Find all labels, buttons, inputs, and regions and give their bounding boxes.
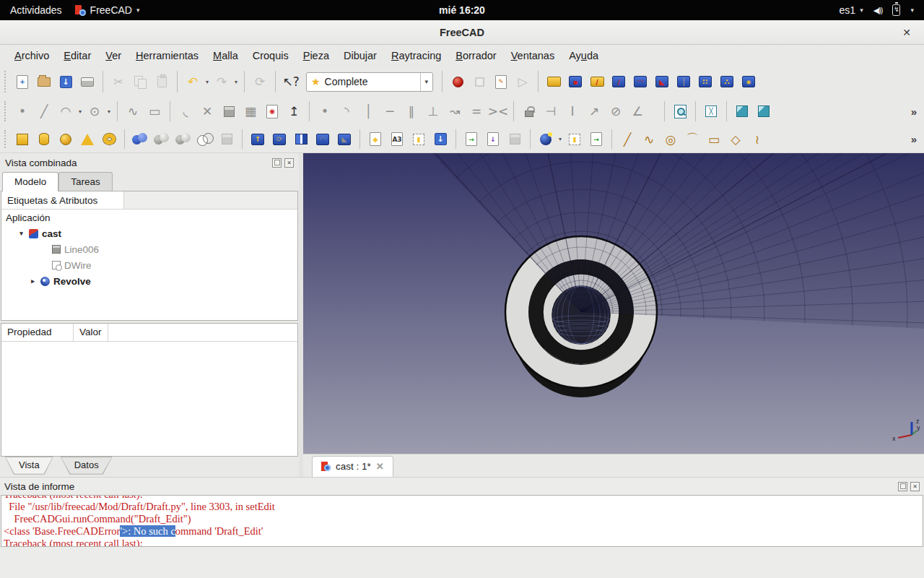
window-titlebar[interactable]: FreeCAD ✕ xyxy=(0,20,924,45)
menu-croquis[interactable]: Croquis xyxy=(245,47,296,64)
part-cone-button[interactable] xyxy=(77,129,98,150)
window-close-button[interactable]: ✕ xyxy=(899,25,914,40)
sketch-arc-button[interactable]: ◠ xyxy=(55,100,77,122)
view-isometric-button[interactable] xyxy=(753,100,775,122)
draft-arc-button[interactable]: ⌒ xyxy=(681,129,703,150)
volume-icon[interactable]: ◀)) xyxy=(873,6,883,15)
draft-line-button[interactable]: ╱ xyxy=(616,129,638,150)
constraint-horizontal-button[interactable]: ─ xyxy=(379,100,401,122)
save-document-button[interactable]: ↓ xyxy=(55,71,77,92)
drawing-insert-view-button[interactable]: ▮ xyxy=(408,129,430,150)
sketch-circle-button[interactable]: ⊙ xyxy=(84,100,105,122)
document-tab-cast[interactable]: cast : 1* ✕ xyxy=(312,456,393,477)
menu-ventanas[interactable]: Ventanas xyxy=(504,47,562,64)
constraint-tangent-button[interactable]: ↝ xyxy=(444,100,466,122)
draft-wire-button[interactable]: ∿ xyxy=(638,129,660,150)
open-document-button[interactable] xyxy=(33,71,55,92)
menu-borrador[interactable]: Borrador xyxy=(448,47,503,64)
dropdown-arrow-icon[interactable]: ▾ xyxy=(77,108,84,115)
report-console[interactable]: Traceback (most recent call last): File … xyxy=(1,495,923,547)
draft-circle-button[interactable]: ◎ xyxy=(660,129,681,150)
sketch-validate-button[interactable]: ◉ xyxy=(261,100,283,122)
sketch-polyline-button[interactable]: ∿ xyxy=(122,100,144,122)
view-draw-style-button[interactable]: ╳ xyxy=(700,100,722,122)
battery-icon[interactable]: ↯ xyxy=(892,4,900,16)
panel-float-icon[interactable] xyxy=(898,482,907,491)
tree-expander-icon[interactable]: ▸ xyxy=(29,277,37,285)
constraint-lock-button[interactable] xyxy=(518,100,540,122)
part-fillet-button[interactable]: ◠ xyxy=(312,129,334,150)
dropdown-arrow-icon[interactable]: ▾ xyxy=(557,136,564,142)
tree-item-aplicación[interactable]: Aplicación xyxy=(1,210,297,225)
sketch-line-button[interactable]: ╱ xyxy=(33,100,55,122)
partdesign-mirrored-button[interactable]: ┊ xyxy=(673,71,694,92)
toolbar-handle[interactable] xyxy=(4,101,9,121)
toolbar-overflow-button[interactable]: » xyxy=(905,105,923,118)
raytracing-export-part-button[interactable]: ↓ xyxy=(482,129,504,150)
tree-item-dwire[interactable]: DWire xyxy=(1,257,297,273)
partdesign-fillet-button[interactable]: ◠ xyxy=(629,71,651,92)
clock[interactable]: mié 16:20 xyxy=(0,4,924,16)
undo-button[interactable]: ↶ xyxy=(182,71,204,92)
partdesign-pad-button[interactable] xyxy=(543,71,565,92)
part-mirror-button[interactable] xyxy=(290,129,312,150)
part-common-button[interactable] xyxy=(151,129,173,150)
draft-rectangle-button[interactable]: ▭ xyxy=(703,129,725,150)
part-chamfer-button[interactable]: ◣ xyxy=(334,129,355,150)
sketch-toggle-construction-button[interactable]: ▦ xyxy=(240,100,261,122)
tree-item-cast[interactable]: ▾cast xyxy=(1,225,297,241)
bottom-tab-vista[interactable]: Vista xyxy=(5,457,53,476)
new-document-button[interactable]: + xyxy=(12,71,33,92)
view-axonometric-button[interactable] xyxy=(731,100,753,122)
constraint-perpendicular-button[interactable]: ⊥ xyxy=(422,100,444,122)
partdesign-groove-button[interactable]: ∕ xyxy=(608,71,629,92)
macro-record-button[interactable] xyxy=(447,71,468,92)
sketch-trim-button[interactable]: ✕ xyxy=(196,100,218,122)
chevron-down-icon[interactable]: ▾ xyxy=(420,73,429,91)
part-cut-button[interactable] xyxy=(173,129,194,150)
tree-item-line006[interactable]: Line006 xyxy=(1,241,297,257)
partdesign-pocket-button[interactable]: ▪ xyxy=(565,71,586,92)
draft-bspline-button[interactable]: ≀ xyxy=(746,129,768,150)
part-union-button[interactable] xyxy=(129,129,151,150)
panel-close-icon[interactable]: ✕ xyxy=(284,158,294,168)
sketch-external-geometry-button[interactable] xyxy=(218,100,240,122)
constraint-coincident-button[interactable]: • xyxy=(314,100,336,122)
view-fit-all-button[interactable] xyxy=(669,100,691,122)
drawing-export-button[interactable]: ↓ xyxy=(430,129,451,150)
raytracing-export-view-button[interactable]: → xyxy=(585,129,607,150)
constraint-angle-button[interactable]: ∠ xyxy=(627,100,648,122)
part-revolve-button[interactable]: ⟳ xyxy=(269,129,290,150)
whats-this-button[interactable]: ↖? xyxy=(280,71,302,92)
partdesign-polar-pattern-button[interactable]: ∴ xyxy=(716,71,738,92)
constraint-parallel-button[interactable]: ∥ xyxy=(401,100,422,122)
drawing-new-a3-button[interactable]: A3 xyxy=(386,129,408,150)
toolbar-handle[interactable] xyxy=(4,71,9,92)
constraint-distance-button[interactable]: ↗ xyxy=(583,100,605,122)
menu-raytracing[interactable]: Raytracing xyxy=(384,47,448,64)
constraint-vertical-distance-button[interactable]: I xyxy=(562,100,583,122)
tab-modelo[interactable]: Modelo xyxy=(2,172,58,191)
menu-malla[interactable]: Malla xyxy=(206,47,245,64)
menu-pieza[interactable]: Pieza xyxy=(296,47,336,64)
toolbar-handle[interactable] xyxy=(4,130,9,149)
constraint-point-on-object-button[interactable]: ◝ xyxy=(336,100,357,122)
tab-close-icon[interactable]: ✕ xyxy=(376,461,384,472)
menu-herramientas[interactable]: Herramientas xyxy=(128,47,206,64)
constraint-horizontal-distance-button[interactable]: ⊣ xyxy=(540,100,562,122)
menu-ver[interactable]: Ver xyxy=(98,47,128,64)
part-extrude-button[interactable]: ↑ xyxy=(247,129,269,150)
keyboard-layout-indicator[interactable]: es1 ▾ xyxy=(840,4,863,16)
sketch-leave-button[interactable]: ↥ xyxy=(283,100,305,122)
raytracing-render-button[interactable] xyxy=(535,129,557,150)
dropdown-arrow-icon[interactable]: ▾ xyxy=(204,79,211,85)
constraint-vertical-button[interactable]: │ xyxy=(357,100,379,122)
part-cylinder-button[interactable] xyxy=(33,129,55,150)
constraint-radius-button[interactable]: ⊘ xyxy=(605,100,627,122)
raytracing-new-povray-button[interactable]: → xyxy=(461,129,482,150)
part-section-button[interactable] xyxy=(194,129,216,150)
menu-editar[interactable]: Editar xyxy=(56,47,98,64)
menu-dibujar[interactable]: Dibujar xyxy=(336,47,384,64)
partdesign-linear-pattern-button[interactable]: ∷ xyxy=(694,71,716,92)
menu-ayuda[interactable]: Ayuda xyxy=(562,47,606,64)
